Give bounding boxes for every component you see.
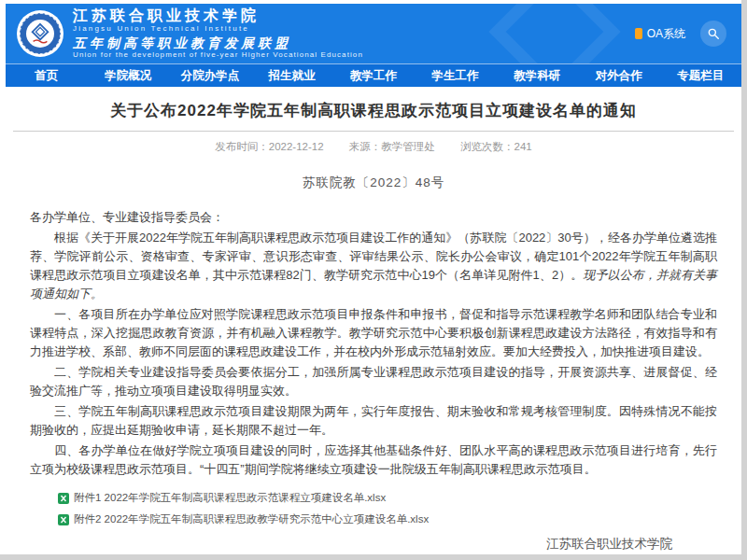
page: 江苏联合职业技术学院 Jiangsu Union Technical Insti… xyxy=(6,4,741,554)
paragraph-4: 四、各办学单位在做好学院立项项目建设的同时，应选择其他基础条件好、团队水平高的课… xyxy=(30,441,717,479)
document-number: 苏联院教〔2022〕48号 xyxy=(30,175,717,191)
union-name-en: Union for the development of five-year H… xyxy=(73,51,363,59)
oa-system-link[interactable]: OA系统 xyxy=(635,26,685,42)
nav-item-overview[interactable]: 学院概况 xyxy=(88,64,170,87)
intro-paragraph: 根据《关于开展2022年学院五年制高职课程思政示范项目建设工作的通知》（苏联院〔… xyxy=(30,229,717,303)
publish-label: 发布时间： xyxy=(215,141,269,152)
attachment-label-2: 附件2 2022年学院五年制高职课程思政教学研究示范中心立项建设名单.xlsx xyxy=(74,512,429,526)
nav-item-teaching[interactable]: 教学工作 xyxy=(332,64,415,87)
search-button[interactable] xyxy=(700,21,726,47)
attachment-label-1: 附件1 2022年学院五年制高职课程思政示范课程立项建设名单.xlsx xyxy=(74,491,386,505)
excel-file-icon xyxy=(58,493,69,504)
source-value: 教学管理处 xyxy=(381,141,435,152)
paragraph-1: 一、各项目所在办学单位应对照学院课程思政示范项目申报条件和申报书，督促和指导示范… xyxy=(30,305,717,361)
publish-value: 2022-12-12 xyxy=(269,141,324,152)
main-nav: 首页 学院概况 分院办学点 招生就业 教学工作 学生工作 教学科研 对外合作 专… xyxy=(6,63,741,87)
union-name-cn: 五年制高等职业教育发展联盟 xyxy=(73,36,363,49)
source-label: 来源： xyxy=(349,141,382,152)
meta-views: 浏览次数：241 xyxy=(460,141,532,152)
watermark-logo-shape xyxy=(488,4,620,63)
site-header: 江苏联合职业技术学院 Jiangsu Union Technical Insti… xyxy=(6,4,741,63)
excel-file-icon xyxy=(58,514,69,525)
signature-org: 江苏联合职业技术学院 xyxy=(30,536,672,553)
attachment-link-2[interactable]: 附件2 2022年学院五年制高职课程思政教学研究示范中心立项建设名单.xlsx xyxy=(58,512,717,526)
logo-core xyxy=(26,20,54,48)
logo-diamond-icon xyxy=(29,22,51,45)
institute-name-cn: 江苏联合职业技术学院 xyxy=(73,8,363,23)
article-meta: 发布时间：2022-12-12 来源：教学管理处 浏览次数：241 xyxy=(30,140,717,154)
meta-publish: 发布时间：2022-12-12 xyxy=(215,141,323,152)
nav-item-student-work[interactable]: 学生工作 xyxy=(415,64,497,87)
oa-system-label: OA系统 xyxy=(647,26,685,42)
brand-block: 江苏联合职业技术学院 Jiangsu Union Technical Insti… xyxy=(73,8,363,59)
paragraph-2: 二、学院相关专业建设指导委员会要依据分工，加强所属专业课程思政示范项目建设的指导… xyxy=(30,363,717,400)
window-edge-bottom xyxy=(0,554,747,560)
search-icon xyxy=(707,27,720,40)
attachment-link-1[interactable]: 附件1 2022年学院五年制高职课程思政示范课程立项建设名单.xlsx xyxy=(58,491,717,505)
salutation: 各办学单位、专业建设指导委员会： xyxy=(30,208,717,227)
nav-item-research[interactable]: 教学科研 xyxy=(496,64,578,87)
title-divider xyxy=(13,131,734,132)
attachments: 附件1 2022年学院五年制高职课程思政示范课程立项建设名单.xlsx 附件2 … xyxy=(30,491,717,526)
nav-item-special[interactable]: 专题栏目 xyxy=(660,64,742,87)
header-right: OA系统 xyxy=(635,21,726,47)
oa-badge-icon xyxy=(635,28,642,39)
views-label: 浏览次数： xyxy=(460,141,514,152)
meta-source: 来源：教学管理处 xyxy=(349,141,435,152)
article-content: 关于公布2022年学院五年制高职课程思政示范项目立项建设名单的通知 发布时间：2… xyxy=(6,100,741,560)
institute-name-en: Jiangsu Union Technical Institute xyxy=(73,25,363,33)
views-value: 241 xyxy=(514,141,532,152)
page-title: 关于公布2022年学院五年制高职课程思政示范项目立项建设名单的通知 xyxy=(30,100,717,121)
window-edge-right xyxy=(741,0,747,560)
paragraph-3: 三、学院五年制高职课程思政示范项目建设期限为两年，实行年度报告、期末验收和常规考… xyxy=(30,402,717,440)
nav-item-cooperation[interactable]: 对外合作 xyxy=(578,64,660,87)
document-body: 各办学单位、专业建设指导委员会： 根据《关于开展2022年学院五年制高职课程思政… xyxy=(30,208,717,479)
institute-logo[interactable] xyxy=(17,10,63,57)
logo-ring xyxy=(20,13,61,54)
nav-item-admissions[interactable]: 招生就业 xyxy=(251,64,333,87)
nav-item-branches[interactable]: 分院办学点 xyxy=(169,64,251,87)
nav-item-home[interactable]: 首页 xyxy=(6,64,88,87)
